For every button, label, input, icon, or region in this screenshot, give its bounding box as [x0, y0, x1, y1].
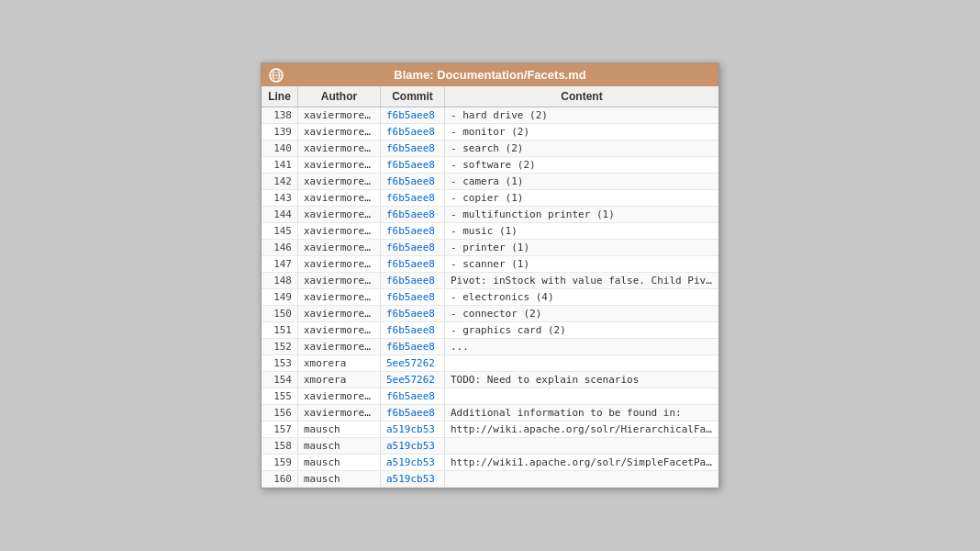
cell-line: 154 — [262, 372, 298, 388]
cell-content: TODO: Need to explain scenarios — [445, 372, 718, 388]
cell-author: xaviermorera — [298, 240, 381, 255]
table-row[interactable]: 141xaviermoreraf6b5aee8 - software (2) — [262, 157, 718, 174]
cell-commit[interactable]: f6b5aee8 — [381, 339, 445, 354]
cell-commit[interactable]: f6b5aee8 — [381, 306, 445, 321]
table-row[interactable]: 138xaviermoreraf6b5aee8 - hard drive (2) — [262, 107, 718, 124]
cell-line: 158 — [262, 438, 298, 454]
cell-author: xaviermorera — [298, 207, 381, 222]
cell-commit[interactable]: f6b5aee8 — [381, 174, 445, 189]
cell-author: xaviermorera — [298, 174, 381, 189]
cell-commit[interactable]: f6b5aee8 — [381, 207, 445, 222]
cell-line: 152 — [262, 339, 298, 354]
table-row[interactable]: 150xaviermoreraf6b5aee8 - connector (2) — [262, 306, 718, 322]
header-author: Author — [298, 86, 381, 107]
table-row[interactable]: 152xaviermoreraf6b5aee8... — [262, 339, 718, 355]
cell-commit[interactable]: f6b5aee8 — [381, 107, 445, 123]
title-bar: Blame: Documentation/Facets.md — [262, 63, 718, 86]
cell-content: - music (1) — [445, 223, 718, 239]
cell-line: 155 — [262, 388, 298, 404]
cell-line: 151 — [262, 322, 298, 338]
cell-commit[interactable]: f6b5aee8 — [381, 141, 445, 156]
table-row[interactable]: 140xaviermoreraf6b5aee8 - search (2) — [262, 141, 718, 157]
cell-line: 146 — [262, 240, 298, 255]
cell-content: - copier (1) — [445, 190, 718, 206]
cell-commit[interactable]: f6b5aee8 — [381, 240, 445, 255]
cell-commit[interactable]: f6b5aee8 — [381, 273, 445, 288]
cell-commit[interactable]: f6b5aee8 — [381, 322, 445, 338]
globe-icon — [269, 68, 284, 83]
cell-line: 149 — [262, 289, 298, 305]
cell-author: xaviermorera — [298, 124, 381, 140]
table-row[interactable]: 154xmorera5ee57262 TODO: Need to explain… — [262, 372, 718, 388]
cell-content: - hard drive (2) — [445, 107, 718, 123]
cell-commit[interactable]: f6b5aee8 — [381, 256, 445, 272]
cell-author: xaviermorera — [298, 339, 381, 354]
cell-commit[interactable]: a519cb53 — [381, 438, 445, 454]
table-row[interactable]: 158mauscha519cb53 — [262, 438, 718, 455]
cell-content: - search (2) — [445, 141, 718, 156]
table-row[interactable]: 143xaviermoreraf6b5aee8 - copier (1) — [262, 190, 718, 207]
cell-content: - electronics (4) — [445, 289, 718, 305]
table-row[interactable]: 142xaviermoreraf6b5aee8 - camera (1) — [262, 174, 718, 190]
cell-line: 147 — [262, 256, 298, 272]
header-content: Content — [445, 86, 718, 107]
table-row[interactable]: 146xaviermoreraf6b5aee8 - printer (1) — [262, 240, 718, 256]
cell-content: - connector (2) — [445, 306, 718, 321]
table-row[interactable]: 149xaviermoreraf6b5aee8 - electronics (4… — [262, 289, 718, 306]
table-row[interactable]: 155xaviermoreraf6b5aee8 — [262, 388, 718, 405]
cell-line: 141 — [262, 157, 298, 173]
cell-commit[interactable]: f6b5aee8 — [381, 223, 445, 239]
header-line: Line — [262, 86, 298, 107]
cell-line: 143 — [262, 190, 298, 206]
cell-content: - scanner (1) — [445, 256, 718, 272]
cell-line: 142 — [262, 174, 298, 189]
cell-author: mausch — [298, 471, 381, 487]
cell-commit[interactable]: f6b5aee8 — [381, 289, 445, 305]
header-commit: Commit — [381, 86, 445, 107]
cell-content: Additional information to be found in: — [445, 405, 718, 421]
cell-author: xaviermorera — [298, 388, 381, 404]
cell-commit[interactable]: a519cb53 — [381, 455, 445, 470]
table-row[interactable]: 159mauscha519cb53http://wiki1.apache.org… — [262, 455, 718, 471]
cell-content: http://wiki1.apache.org/solr/SimpleFacet… — [445, 455, 718, 470]
table-row[interactable]: 160mauscha519cb53 — [262, 471, 718, 488]
cell-author: xaviermorera — [298, 107, 381, 123]
cell-content — [445, 438, 718, 454]
cell-commit[interactable]: f6b5aee8 — [381, 405, 445, 421]
cell-content: - printer (1) — [445, 240, 718, 255]
cell-commit[interactable]: 5ee57262 — [381, 355, 445, 371]
table-row[interactable]: 156xaviermoreraf6b5aee8Additional inform… — [262, 405, 718, 422]
table-row[interactable]: 153xmorera5ee57262 — [262, 355, 718, 372]
cell-line: 159 — [262, 455, 298, 470]
table-body: 138xaviermoreraf6b5aee8 - hard drive (2)… — [262, 107, 718, 488]
blame-window: Blame: Documentation/Facets.md Line Auth… — [261, 62, 719, 489]
cell-content — [445, 471, 718, 487]
cell-content — [445, 355, 718, 371]
cell-author: xaviermorera — [298, 273, 381, 288]
cell-commit[interactable]: f6b5aee8 — [381, 124, 445, 140]
window-title: Blame: Documentation/Facets.md — [394, 68, 586, 82]
cell-commit[interactable]: 5ee57262 — [381, 372, 445, 388]
table-row[interactable]: 144xaviermoreraf6b5aee8 - multifunction … — [262, 207, 718, 223]
table-row[interactable]: 157mauscha519cb53http://wiki.apache.org/… — [262, 422, 718, 438]
cell-line: 138 — [262, 107, 298, 123]
cell-author: xmorera — [298, 355, 381, 371]
cell-author: xaviermorera — [298, 256, 381, 272]
table-row[interactable]: 151xaviermoreraf6b5aee8 - graphics card … — [262, 322, 718, 339]
cell-author: xaviermorera — [298, 190, 381, 206]
table-row[interactable]: 139xaviermoreraf6b5aee8 - monitor (2) — [262, 124, 718, 141]
cell-line: 144 — [262, 207, 298, 222]
cell-author: xaviermorera — [298, 306, 381, 321]
cell-line: 160 — [262, 471, 298, 487]
table-row[interactable]: 147xaviermoreraf6b5aee8 - scanner (1) — [262, 256, 718, 273]
table-row[interactable]: 148xaviermoreraf6b5aee8Pivot: inStock wi… — [262, 273, 718, 289]
cell-commit[interactable]: a519cb53 — [381, 422, 445, 437]
cell-line: 148 — [262, 273, 298, 288]
cell-commit[interactable]: f6b5aee8 — [381, 388, 445, 404]
cell-line: 156 — [262, 405, 298, 421]
cell-commit[interactable]: f6b5aee8 — [381, 157, 445, 173]
table-header: Line Author Commit Content — [262, 86, 718, 107]
cell-commit[interactable]: f6b5aee8 — [381, 190, 445, 206]
cell-commit[interactable]: a519cb53 — [381, 471, 445, 487]
table-row[interactable]: 145xaviermoreraf6b5aee8 - music (1) — [262, 223, 718, 240]
